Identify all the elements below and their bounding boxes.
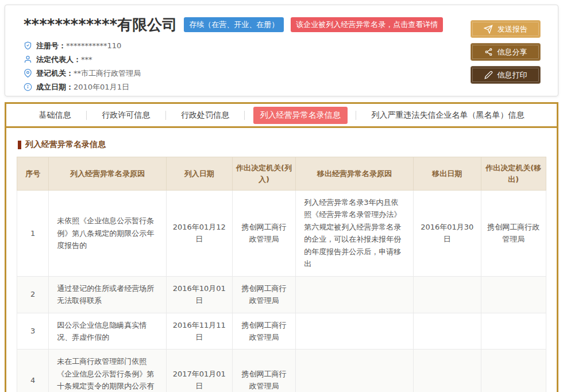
- section-title-label: 列入经营异常名录信息: [25, 139, 106, 150]
- send-report-button[interactable]: 发送报告: [471, 20, 541, 38]
- table-cell: [481, 313, 546, 350]
- send-icon: [484, 25, 493, 34]
- field-label: 成立日期：: [36, 82, 74, 92]
- column-header: 作出决定机关(列入): [232, 157, 296, 191]
- row-index-cell: 4: [17, 350, 49, 392]
- company-field-row: 成立日期：2010年01月1日: [24, 80, 443, 94]
- company-field-row: 注册号：***********110: [24, 39, 443, 53]
- row-index-cell: 1: [17, 191, 49, 277]
- table-cell: [296, 276, 413, 313]
- abnormal-records-table: 序号列入经营异常名录原因列入日期作出决定机关(列入)移出经营异常名录原因移出日期…: [17, 157, 546, 392]
- location-icon: [24, 69, 32, 77]
- certificate-icon: [24, 41, 32, 50]
- tab-item-3[interactable]: 列入经营异常名录信息: [253, 107, 348, 124]
- column-header: 列入经营异常名录原因: [49, 157, 166, 191]
- column-header: 列入日期: [166, 157, 232, 191]
- table-header-row: 序号列入经营异常名录原因列入日期作出决定机关(列入)移出经营异常名录原因移出日期…: [17, 157, 546, 191]
- person-icon: [24, 55, 32, 64]
- table-cell: 未在工商行政管理部门依照《企业信息公示暂行条例》第十条规定责令的期限内公示有关企…: [49, 350, 166, 392]
- field-label: 注册号：: [36, 41, 66, 51]
- section-marker-icon: [18, 141, 21, 149]
- info-icon: [24, 83, 32, 91]
- action-button-label: 信息分享: [498, 47, 527, 57]
- table-cell: 携创网工商行政管理局: [232, 191, 296, 277]
- abnormal-alert-badge[interactable]: 该企业被列入经营异常名录，点击查看详情: [291, 17, 443, 32]
- column-header: 移出日期: [413, 157, 481, 191]
- field-value: ***: [81, 55, 92, 64]
- action-button-label: 信息打印: [498, 70, 527, 80]
- company-field-row: 登记机关：**市工商行政管理局: [24, 67, 443, 80]
- field-label: 登记机关：: [36, 68, 74, 79]
- column-header: 移出经营异常名录原因: [296, 157, 413, 191]
- table-cell: [481, 350, 546, 392]
- main-panel: 基础信息行政许可信息行政处罚信息列入经营异常名录信息列入严重违法失信企业名单（黑…: [5, 102, 558, 392]
- tab-item-1[interactable]: 行政许可信息: [95, 107, 157, 124]
- share-info-button[interactable]: 信息分享: [471, 43, 541, 61]
- field-label: 法定代表人：: [36, 55, 81, 65]
- table-cell: 2017年01月01日: [166, 350, 232, 392]
- table-cell: 2016年01月12日: [166, 191, 232, 277]
- table-cell: 携创网工商行政管理局: [232, 276, 296, 313]
- table-cell: 携创网工商行政管理局: [232, 313, 296, 350]
- table-row: 4未在工商行政管理部门依照《企业信息公示暂行条例》第十条规定责令的期限内公示有关…: [17, 350, 546, 392]
- company-header-card: ************有限公司 存续（在营、开业、在册） 该企业被列入经营异常…: [5, 5, 558, 96]
- table-cell: [296, 313, 413, 350]
- action-button-label: 发送报告: [498, 24, 527, 34]
- table-cell: [413, 313, 481, 350]
- row-index-cell: 3: [17, 313, 49, 350]
- table-cell: 列入经营异常名录3年内且依照《经营异常名录管理办法》第六规定被列入经营异常名录的…: [296, 191, 413, 277]
- company-header-left: ************有限公司 存续（在营、开业、在册） 该企业被列入经营异常…: [24, 17, 443, 87]
- table-cell: 因公示企业信息隐瞒真实情况、弄虚作假的: [49, 313, 166, 350]
- tab-item-4[interactable]: 列入严重违法失信企业名单（黑名单）信息: [365, 107, 531, 124]
- company-field-row: 法定代表人：***: [24, 53, 443, 67]
- tab-bar: 基础信息行政许可信息行政处罚信息列入经营异常名录信息列入严重违法失信企业名单（黑…: [6, 104, 557, 128]
- row-index-cell: 2: [17, 276, 49, 313]
- company-title-row: ************有限公司 存续（在营、开业、在册） 该企业被列入经营异常…: [24, 17, 443, 33]
- table-cell: 携创网工商行政管理局: [232, 350, 296, 392]
- table-cell: [296, 350, 413, 392]
- tab-divider: [244, 111, 245, 120]
- panel-content: 列入经营异常名录信息 序号列入经营异常名录原因列入日期作出决定机关(列入)移出经…: [6, 128, 557, 392]
- field-value: 2010年01月1日: [74, 82, 129, 92]
- header-action-buttons: 发送报告信息分享信息打印: [471, 17, 547, 87]
- pencil-icon: [484, 71, 493, 79]
- page: ************有限公司 存续（在营、开业、在册） 该企业被列入经营异常…: [0, 0, 563, 392]
- table-cell: [413, 350, 481, 392]
- table-cell: 携创网工商行政管理局: [481, 191, 546, 277]
- field-value: **市工商行政管理局: [74, 68, 141, 79]
- table-row: 2通过登记的住所或者经营场所无法取得联系2016年10月01日携创网工商行政管理…: [17, 276, 546, 313]
- tab-divider: [165, 111, 166, 120]
- company-fields: 注册号：***********110法定代表人：***登记机关：**市工商行政管…: [24, 39, 443, 94]
- company-name: ************有限公司: [24, 17, 177, 33]
- section-title: 列入经营异常名录信息: [18, 139, 546, 150]
- column-header: 序号: [17, 157, 49, 191]
- column-header: 作出决定机关(移出): [481, 157, 546, 191]
- tab-divider: [356, 111, 356, 120]
- table-cell: [481, 276, 546, 313]
- table-cell: 未依照《企业信息公示暂行条例》第八条规定的期限公示年度报告的: [49, 191, 166, 277]
- print-info-button[interactable]: 信息打印: [471, 66, 541, 84]
- table-cell: 通过登记的住所或者经营场所无法取得联系: [49, 276, 166, 313]
- tab-divider: [86, 111, 87, 120]
- field-value: ***********110: [66, 41, 121, 50]
- tab-item-0[interactable]: 基础信息: [32, 107, 78, 124]
- tab-item-2[interactable]: 行政处罚信息: [174, 107, 236, 124]
- share-icon: [484, 48, 493, 56]
- table-row: 3因公示企业信息隐瞒真实情况、弄虚作假的2016年11月11日携创网工商行政管理…: [17, 313, 546, 350]
- status-badge: 存续（在营、开业、在册）: [184, 17, 284, 32]
- table-cell: 2016年11月11日: [166, 313, 232, 350]
- table-cell: 2016年10月01日: [166, 276, 232, 313]
- table-cell: [413, 276, 481, 313]
- table-row: 1未依照《企业信息公示暂行条例》第八条规定的期限公示年度报告的2016年01月1…: [17, 191, 546, 277]
- table-cell: 2016年01月30日: [413, 191, 481, 277]
